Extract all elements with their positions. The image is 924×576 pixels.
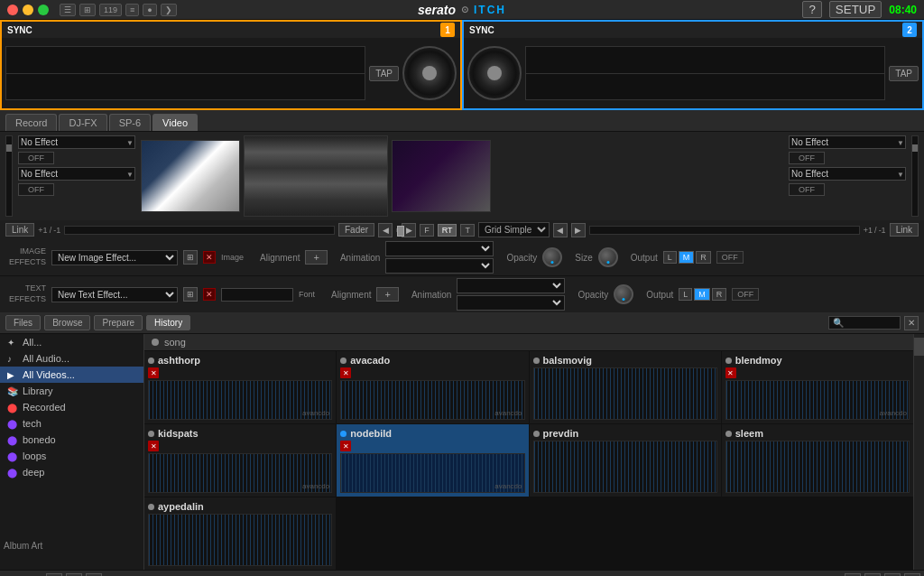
- song-cell-avacado[interactable]: avacado ✕ avancdo: [337, 351, 528, 423]
- sidebar-item-all[interactable]: ✦ All...: [0, 334, 143, 350]
- rt-button[interactable]: RT: [438, 224, 457, 237]
- list-button[interactable]: ≡: [845, 573, 861, 577]
- fader-button[interactable]: Fader: [338, 223, 374, 237]
- left-fx-off-1-button[interactable]: OFF: [18, 152, 54, 164]
- rewind-button[interactable]: ◀: [378, 223, 393, 237]
- right-vert-slider[interactable]: [911, 135, 919, 217]
- prev-button[interactable]: ◀: [553, 223, 568, 237]
- view-button-3[interactable]: ▥: [904, 573, 920, 577]
- image-off-button[interactable]: OFF: [716, 251, 744, 264]
- image-output-l-button[interactable]: L: [663, 251, 677, 264]
- view-button-1[interactable]: ⊞: [864, 573, 881, 577]
- song-cell-prevdin[interactable]: prevdin: [530, 424, 721, 497]
- song-cell-nodebild[interactable]: nodebild ✕ avancdo: [337, 424, 528, 497]
- sidebar-item-recorded[interactable]: ⬤ Recorded: [0, 399, 143, 415]
- sidebar-item-loops[interactable]: ⬤ loops: [0, 448, 143, 464]
- grid-select[interactable]: Grid Simple: [478, 222, 550, 237]
- opacity-knob[interactable]: [542, 247, 562, 267]
- maximize-window-button[interactable]: [38, 5, 49, 15]
- text-off-button[interactable]: OFF: [732, 288, 759, 301]
- right-link-slider[interactable]: [589, 226, 860, 235]
- right-fx-select-1[interactable]: No Effect: [789, 135, 906, 149]
- sidebar-item-deep[interactable]: ⬤ deep: [0, 464, 143, 480]
- image-effect-close-button[interactable]: ✕: [203, 251, 216, 264]
- animation-select-1[interactable]: [385, 241, 494, 256]
- files-button[interactable]: Files: [5, 315, 41, 330]
- text-animation-select-1[interactable]: [457, 278, 565, 293]
- sidebar-item-all-audio[interactable]: ♪ All Audio...: [0, 350, 143, 367]
- deck-2-waveform: [525, 46, 885, 100]
- sidebar-item-tech[interactable]: ⬤ tech: [0, 415, 143, 432]
- song-cell-blendmoy[interactable]: blendmoy ✕ avancdo: [722, 351, 913, 423]
- close-window-button[interactable]: [7, 5, 18, 15]
- song-cell-ashthorp[interactable]: ashthorp ✕ avancdo: [144, 351, 336, 423]
- minimize-window-button[interactable]: [23, 5, 33, 15]
- text-output-m-button[interactable]: M: [694, 288, 710, 301]
- deck-1-tap-button[interactable]: TAP: [369, 66, 399, 81]
- up-arrow-button[interactable]: ▲: [86, 573, 102, 577]
- image-output-m-button[interactable]: M: [679, 251, 695, 264]
- setup-button[interactable]: SETUP: [829, 1, 882, 18]
- song-cell-balsmovig[interactable]: balsmovig: [530, 351, 721, 423]
- help-button[interactable]: ?: [802, 1, 821, 18]
- link-left-button[interactable]: Link: [5, 223, 34, 237]
- alignment-button[interactable]: +: [305, 250, 327, 265]
- right-fx-off-1-button[interactable]: OFF: [789, 152, 825, 164]
- text-opacity-knob[interactable]: [614, 284, 633, 304]
- animation-select-2[interactable]: [385, 258, 494, 274]
- browser-close-button[interactable]: ✕: [904, 316, 919, 330]
- text-output-l-button[interactable]: L: [679, 288, 692, 301]
- right-fx-select-2[interactable]: No Effect: [789, 167, 906, 181]
- add-button[interactable]: +: [46, 573, 62, 577]
- left-link-slider[interactable]: [64, 226, 335, 235]
- song-cell-kidspats[interactable]: kidspats ✕ avancdo: [144, 424, 336, 497]
- tab-djfx[interactable]: DJ-FX: [59, 114, 106, 131]
- deck-2-platter[interactable]: [467, 46, 522, 100]
- text-effect-close-button[interactable]: ✕: [203, 288, 216, 301]
- song-cell-sleem[interactable]: sleem: [722, 424, 913, 497]
- deck-1-platter[interactable]: [402, 46, 457, 100]
- left-fx-select-1[interactable]: No Effect: [18, 135, 135, 149]
- text-output-r-button[interactable]: R: [712, 288, 727, 301]
- sidebar-item-library[interactable]: 📚 Library: [0, 383, 143, 399]
- right-fx-off-2-button[interactable]: OFF: [789, 183, 825, 196]
- browse-button[interactable]: Browse: [44, 315, 90, 330]
- text-alignment-button[interactable]: +: [376, 287, 398, 302]
- left-vert-slider[interactable]: [5, 135, 13, 217]
- fader-track[interactable]: [396, 228, 398, 232]
- down-arrow-button[interactable]: ▼: [66, 573, 82, 577]
- tab-record[interactable]: Record: [5, 114, 57, 131]
- app-subtitle: ITCH: [474, 4, 506, 16]
- view-button-2[interactable]: ▦: [884, 573, 901, 577]
- app-title: serato ⊙ ITCH: [418, 3, 506, 17]
- tab-video[interactable]: Video: [152, 114, 198, 131]
- left-fx-select-2[interactable]: No Effect: [18, 167, 135, 181]
- history-button[interactable]: History: [146, 315, 190, 330]
- deck-2-header: SYNC 2: [464, 22, 922, 38]
- text-effect-icon-button[interactable]: ⊞: [183, 287, 198, 302]
- sidebar-item-all-videos[interactable]: ▶ All Videos...: [0, 367, 143, 383]
- sidebar-item-bonedo[interactable]: ⬤ bonedo: [0, 432, 143, 448]
- size-knob[interactable]: [598, 247, 618, 267]
- cell-wave-label-blendmoy: avancdo: [880, 409, 907, 417]
- image-effect-icon-button[interactable]: ⊞: [183, 250, 198, 265]
- text-effect-name-select[interactable]: New Text Effect...: [51, 287, 178, 302]
- next-button[interactable]: ▶: [571, 223, 586, 237]
- t-button[interactable]: T: [460, 224, 475, 237]
- deck-2-tap-button[interactable]: TAP: [889, 66, 919, 81]
- text-effect-input[interactable]: [221, 288, 293, 302]
- tab-sp6[interactable]: SP-6: [109, 114, 151, 131]
- link-right-button[interactable]: Link: [890, 223, 919, 237]
- image-output-r-button[interactable]: R: [696, 251, 711, 264]
- search-input[interactable]: [828, 316, 901, 330]
- left-fx-off-2-button[interactable]: OFF: [18, 183, 54, 196]
- right-scrollbar[interactable]: [913, 334, 924, 570]
- song-cell-aypedalin[interactable]: aypedalin: [144, 497, 336, 570]
- f-button[interactable]: F: [420, 224, 434, 237]
- image-effect-name-select[interactable]: New Image Effect...: [51, 250, 178, 265]
- deck-1-header: SYNC 1: [2, 22, 460, 38]
- prepare-button[interactable]: Prepare: [94, 315, 143, 330]
- cell-wave-label-kidspats: avancdo: [302, 482, 329, 490]
- text-animation-select-2[interactable]: [457, 295, 565, 311]
- cell-header-kidspats: kidspats: [148, 428, 332, 439]
